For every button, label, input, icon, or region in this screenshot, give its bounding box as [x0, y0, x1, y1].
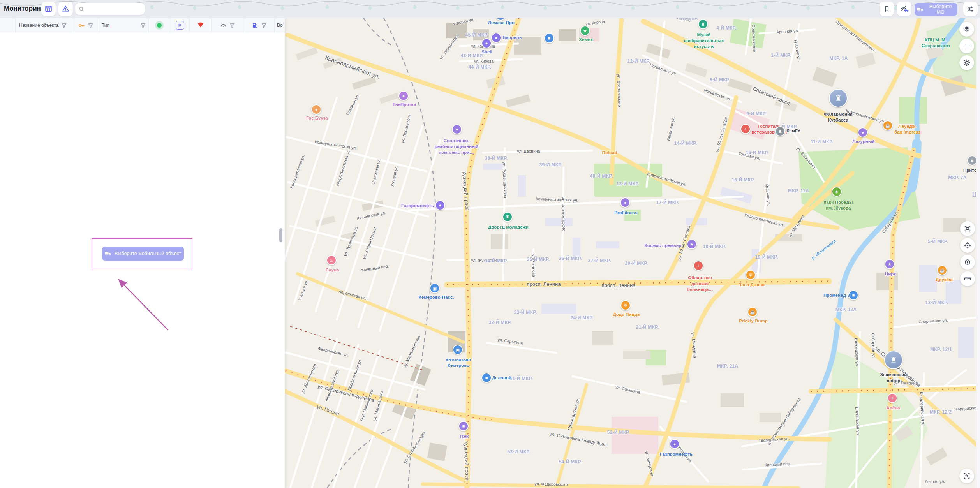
locate-button[interactable] — [960, 238, 975, 253]
search-box[interactable] — [75, 3, 145, 15]
map-poi-label[interactable]: Лаундж- бар Impress — [894, 123, 921, 135]
fit-bounds-button[interactable] — [960, 221, 975, 236]
table-view-button[interactable] — [41, 2, 56, 16]
map-poi-icon[interactable]: ★ — [687, 239, 697, 249]
bookmarks-button[interactable] — [880, 2, 894, 16]
map-poi-icon[interactable]: + — [693, 261, 703, 271]
map-poi-icon[interactable]: ● — [452, 124, 462, 134]
map-canvas[interactable] — [285, 18, 980, 488]
list-button[interactable] — [959, 39, 974, 53]
column-signal[interactable] — [190, 18, 212, 33]
map-poi-icon[interactable]: ♜ — [884, 351, 903, 369]
map-poi-icon[interactable]: Ψ — [746, 270, 756, 280]
column-status[interactable] — [149, 18, 170, 33]
map-poi-label[interactable]: Областная детская больница… — [687, 275, 713, 292]
map-poi-label[interactable]: ПЭК — [460, 434, 469, 440]
map-poi-label[interactable]: Лемана Про — [488, 20, 515, 26]
layers-button[interactable] — [959, 22, 974, 37]
bookmark-icon — [883, 5, 891, 13]
map-poi-icon[interactable]: ● — [858, 127, 868, 137]
map-poi-icon[interactable]: ☕ — [937, 265, 947, 275]
search-input[interactable] — [85, 6, 137, 12]
map-poi-label[interactable]: ProFitness — [614, 210, 637, 216]
map-poi-label[interactable]: Shell — [481, 49, 492, 55]
map-poi-icon[interactable]: ■ — [544, 33, 554, 43]
map-poi-icon[interactable]: ● — [311, 104, 321, 115]
filter-icon[interactable] — [88, 23, 93, 28]
map-poi-icon[interactable]: ☕ — [747, 307, 758, 317]
map-poi-label[interactable]: ТнеПрятки — [393, 102, 416, 107]
panel-resize-handle[interactable] — [279, 228, 282, 242]
filter-icon[interactable] — [261, 23, 267, 28]
map-poi-icon[interactable]: ▣ — [430, 283, 440, 293]
map-poi-label[interactable]: Спортивно- реабилитационный комплекс при… — [435, 138, 478, 155]
map-poi-icon[interactable]: ▣ — [453, 345, 463, 355]
column-type[interactable]: Тип — [99, 18, 149, 33]
map-poi-icon[interactable]: ♜ — [775, 126, 785, 136]
column-object-name[interactable]: Название объекта — [16, 18, 72, 33]
column-speed[interactable] — [212, 18, 243, 33]
map-poi-label[interactable]: Prickly Bump — [739, 318, 768, 324]
map-poi-icon[interactable]: ★ — [885, 259, 895, 269]
map-poi-label[interactable]: Лазурный — [852, 139, 874, 144]
map-poi-label[interactable]: Знаменский собор — [880, 372, 907, 384]
map-poi-icon[interactable]: ● — [481, 38, 492, 48]
map-poi-label[interactable]: Променад-3 — [823, 292, 850, 298]
map-poi-icon[interactable]: ♜ — [502, 212, 513, 222]
map-poi-icon[interactable]: + — [887, 393, 897, 403]
map-poi-icon[interactable]: ● — [620, 197, 630, 208]
map-poi-label[interactable]: Баррель — [502, 35, 522, 41]
ruler-button[interactable] — [960, 271, 975, 286]
filter-icon[interactable] — [140, 23, 146, 28]
map-poi-label[interactable]: Деловой — [492, 375, 511, 381]
column-fuel[interactable] — [243, 18, 275, 33]
filter-icon[interactable] — [61, 23, 67, 28]
map-poi-label[interactable]: Сауна — [326, 267, 339, 273]
map-poi-label[interactable]: Алёна — [886, 405, 900, 411]
map-poi-label[interactable]: КемГУ — [786, 128, 800, 134]
map-poi-label[interactable]: Газпромнефть — [660, 451, 693, 457]
map-settings-button[interactable] — [959, 55, 974, 70]
map-poi-icon[interactable]: ● — [670, 439, 680, 449]
map-poi-label[interactable]: Reload — [602, 150, 617, 156]
settings-sliders-button[interactable] — [963, 2, 978, 16]
map-poi-label[interactable]: Додо Пицца — [613, 312, 640, 317]
map-poi-label[interactable]: парк Победы им. Жукова — [823, 199, 853, 211]
map-poi-label[interactable]: Космос премьер — [645, 243, 681, 248]
app-window: Красноармейская ул.Кооперативная ул.Союз… — [0, 0, 980, 488]
map-poi-label[interactable]: Филармония Кузбасса — [824, 111, 853, 123]
map-poi-label[interactable]: Кемерово-Пасс. — [419, 294, 454, 300]
map-poi-icon[interactable]: ♜ — [698, 19, 708, 29]
map-poi-icon[interactable]: ★ — [580, 26, 590, 36]
hide-objects-button[interactable] — [897, 2, 911, 16]
map-poi-label[interactable]: Папа Джонс — [738, 282, 765, 288]
select-mo-button[interactable]: Выберите МО — [915, 3, 957, 16]
map-poi-icon[interactable]: ● — [398, 91, 409, 101]
expand-fullscreen-button[interactable] — [959, 469, 974, 483]
map-poi-label[interactable]: Музей изобразительных искусств — [684, 32, 724, 49]
map-poi-icon[interactable]: ♨ — [326, 255, 337, 265]
map-poi-icon[interactable]: ● — [435, 200, 445, 210]
map-poi-label[interactable]: автовокзал Кемерово — [446, 357, 471, 368]
map-poi-icon[interactable]: ♣ — [832, 187, 842, 197]
column-parking[interactable]: P — [170, 18, 190, 33]
map-poi-label[interactable]: Дворец молодёжи — [488, 224, 529, 230]
column-ignition[interactable] — [72, 18, 99, 33]
map-poi-label[interactable]: КПЦ М. М. Сперанского — [922, 37, 950, 49]
map-poi-label[interactable]: Дружба — [936, 277, 952, 283]
filter-icon[interactable] — [229, 23, 235, 28]
alerts-button[interactable] — [58, 2, 73, 16]
map-poi-icon[interactable]: ♜ — [829, 89, 848, 107]
map-poi-icon[interactable]: ■ — [458, 421, 469, 431]
map-poi-icon[interactable]: + — [740, 124, 751, 134]
map-poi-icon[interactable]: ● — [491, 33, 501, 43]
compass-button[interactable] — [960, 255, 975, 270]
map-poi-icon[interactable]: Ψ — [620, 300, 631, 310]
map-poi-label[interactable]: Газпромнефть — [401, 203, 434, 209]
map-poi-icon[interactable]: ■ — [481, 373, 492, 383]
map-poi-label[interactable]: Гое Бууза — [306, 115, 328, 121]
column-driver[interactable]: Во — [275, 18, 285, 33]
map-poi-icon[interactable]: ☕ — [883, 120, 893, 130]
map-poi-label[interactable]: Химик — [579, 37, 593, 42]
map-poi-label[interactable]: Цирк — [885, 271, 896, 277]
